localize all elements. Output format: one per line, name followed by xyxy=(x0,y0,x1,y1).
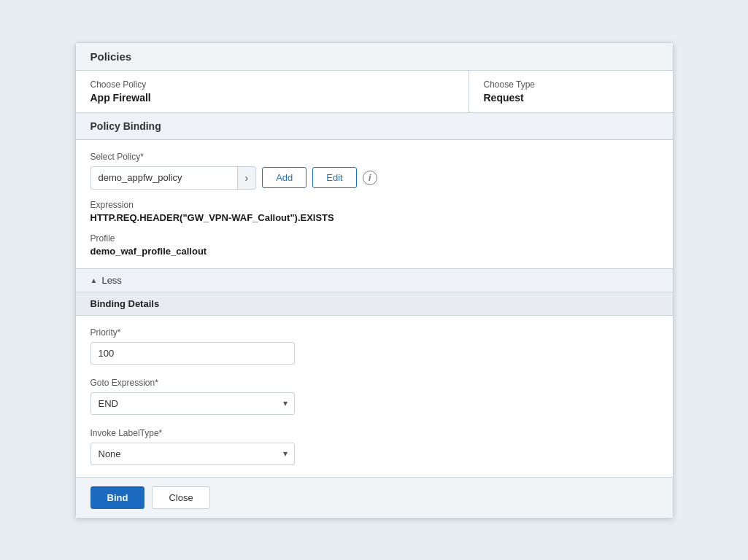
goto-expression-select[interactable]: END NEXT USE_INVOCATION_RESULT xyxy=(90,392,295,415)
info-icon[interactable]: i xyxy=(363,171,377,185)
choose-type-cell: Choose Type Request xyxy=(469,71,673,112)
invoke-labeltype-label: Invoke LabelType* xyxy=(90,428,658,438)
profile-group: Profile demo_waf_profile_callout xyxy=(90,233,658,257)
collapse-label: Less xyxy=(101,275,121,286)
goto-expression-label: Goto Expression* xyxy=(90,378,658,388)
collapse-row[interactable]: ▲ Less xyxy=(76,269,673,292)
edit-button[interactable]: Edit xyxy=(312,167,356,188)
invoke-labeltype-group: Invoke LabelType* None reqvserver resvse… xyxy=(90,428,658,465)
priority-group: Priority* xyxy=(90,327,658,365)
collapse-icon: ▲ xyxy=(90,276,98,284)
policy-info-row: Choose Policy App Firewall Choose Type R… xyxy=(76,71,673,113)
priority-label: Priority* xyxy=(90,327,658,338)
close-button[interactable]: Close xyxy=(152,486,209,509)
dialog-footer: Bind Close xyxy=(76,477,673,518)
expression-group: Expression HTTP.REQ.HEADER("GW_VPN-WAF_C… xyxy=(90,200,658,223)
select-policy-label: Select Policy* xyxy=(90,152,658,162)
policy-binding-content: Select Policy* › Add Edit i Expression H… xyxy=(76,140,673,269)
expression-label: Expression xyxy=(90,200,658,210)
choose-policy-label: Choose Policy xyxy=(90,79,454,90)
choose-type-value: Request xyxy=(484,92,658,104)
dialog-title: Policies xyxy=(90,50,658,63)
binding-details-header: Binding Details xyxy=(76,292,673,316)
select-input-wrapper: › xyxy=(90,166,257,190)
policy-binding-section-header: Policy Binding xyxy=(76,113,673,140)
bind-button[interactable]: Bind xyxy=(90,486,145,509)
choose-type-label: Choose Type xyxy=(484,79,658,90)
policies-dialog: Policies Choose Policy App Firewall Choo… xyxy=(75,42,674,518)
add-button[interactable]: Add xyxy=(262,167,306,188)
goto-expression-group: Goto Expression* END NEXT USE_INVOCATION… xyxy=(90,378,658,415)
choose-policy-value: App Firewall xyxy=(90,92,454,104)
select-policy-group: Select Policy* › Add Edit i xyxy=(90,152,658,190)
select-policy-arrow-button[interactable]: › xyxy=(237,167,256,189)
binding-details-content: Priority* Goto Expression* END NEXT USE_… xyxy=(76,316,673,477)
profile-value: demo_waf_profile_callout xyxy=(90,246,658,257)
expression-value: HTTP.REQ.HEADER("GW_VPN-WAF_Callout").EX… xyxy=(90,212,658,223)
invoke-labeltype-select[interactable]: None reqvserver resvserver policylabel xyxy=(90,443,295,465)
priority-input[interactable] xyxy=(90,342,295,365)
select-policy-input[interactable] xyxy=(91,167,237,188)
invoke-labeltype-wrapper: None reqvserver resvserver policylabel ▾ xyxy=(90,443,295,465)
choose-policy-cell: Choose Policy App Firewall xyxy=(76,71,469,112)
profile-label: Profile xyxy=(90,233,658,244)
dialog-header: Policies xyxy=(76,43,673,71)
select-policy-row: › Add Edit i xyxy=(90,166,658,190)
goto-expression-wrapper: END NEXT USE_INVOCATION_RESULT ▾ xyxy=(90,392,295,415)
